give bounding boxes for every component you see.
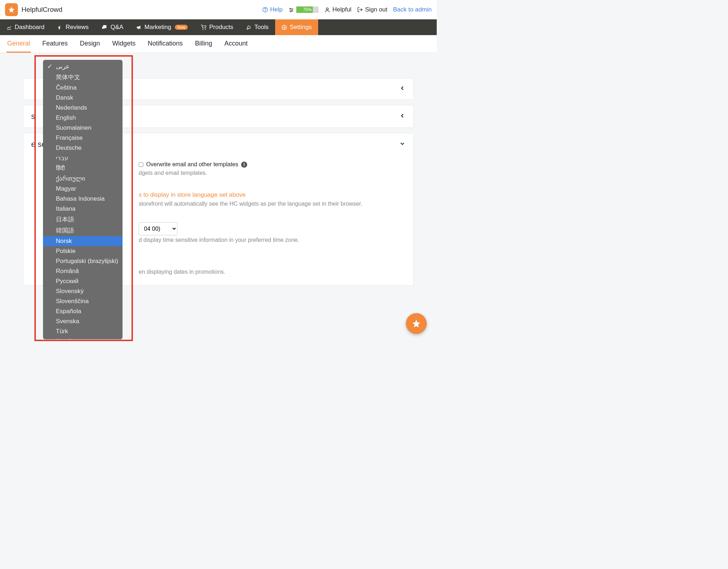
overwrite-label: Overwrite email and other templates <box>146 161 238 168</box>
topbar-links: Help 75% Helpful Sign out Back to admin <box>262 6 432 13</box>
main-nav: Dashboard Reviews Q&A Marketing New Prod… <box>0 19 437 35</box>
progress-indicator[interactable]: 75% <box>288 6 318 13</box>
sliders-icon <box>288 6 294 13</box>
chevron-left-icon <box>399 85 406 93</box>
chevron-down-icon <box>399 140 406 149</box>
language-option[interactable]: عربى <box>43 61 123 72</box>
svg-point-10 <box>205 29 205 29</box>
language-option[interactable]: Norsk <box>43 236 123 246</box>
language-dropdown[interactable]: عربى简体中文ČeštinaDanskNederlandsEnglishSuo… <box>43 60 123 339</box>
nav-marketing-label: Marketing <box>144 24 171 31</box>
language-option[interactable]: Magyar <box>43 184 123 194</box>
help-fab[interactable] <box>406 313 427 334</box>
svg-point-1 <box>265 11 265 11</box>
language-option[interactable]: Italiana <box>43 204 123 214</box>
nav-settings[interactable]: Settings <box>275 19 318 35</box>
svg-point-5 <box>290 8 291 9</box>
cart-icon <box>201 25 206 30</box>
tab-general[interactable]: General <box>6 35 31 53</box>
language-option[interactable]: Svenska <box>43 316 123 326</box>
language-option[interactable]: Española <box>43 306 123 316</box>
language-option[interactable]: English <box>43 113 123 123</box>
username-label: Helpful <box>332 6 351 13</box>
overwrite-helper: dgets and email templates. <box>139 170 406 176</box>
svg-point-9 <box>202 29 203 29</box>
star-icon <box>412 319 421 328</box>
brand[interactable]: HelpfulCrowd <box>5 3 62 16</box>
language-option[interactable]: Українська <box>43 336 123 339</box>
overwrite-templates-check[interactable]: Overwrite email and other templates i <box>139 161 247 168</box>
language-option[interactable]: Türk <box>43 326 123 336</box>
brand-logo-icon <box>5 3 18 16</box>
nav-qa[interactable]: Q&A <box>95 19 130 35</box>
language-option[interactable]: Portugalski (brazylijski) <box>43 256 123 266</box>
comments-icon <box>101 25 107 30</box>
language-option[interactable]: 简体中文 <box>43 72 123 83</box>
timezone-helper: d display time sensitive information in … <box>139 237 406 243</box>
back-to-admin-link[interactable]: Back to admin <box>393 6 432 13</box>
signout-link[interactable]: Sign out <box>357 6 387 13</box>
progress-value: 75% <box>296 6 318 13</box>
language-option[interactable]: Русский <box>43 276 123 286</box>
language-option[interactable]: Deutsche <box>43 143 123 153</box>
language-option[interactable]: 韓国語 <box>43 225 123 236</box>
language-option[interactable]: 日本語 <box>43 214 123 225</box>
nav-reviews[interactable]: Reviews <box>51 19 95 35</box>
info-icon[interactable]: i <box>241 162 247 168</box>
language-option[interactable]: Čeština <box>43 83 123 93</box>
language-option[interactable]: Bahasa Indonesia <box>43 194 123 204</box>
language-helper: storefront will automatically see the HC… <box>139 201 406 207</box>
star-half-icon <box>57 25 63 30</box>
brand-name: HelpfulCrowd <box>21 6 62 14</box>
language-option[interactable]: हिंदी <box>43 163 123 173</box>
signout-icon <box>357 7 363 13</box>
nav-dashboard[interactable]: Dashboard <box>0 19 51 35</box>
language-option[interactable]: Polskie <box>43 246 123 256</box>
language-option[interactable]: Nederlands <box>43 103 123 113</box>
language-option[interactable]: Suomalainen <box>43 123 123 133</box>
user-link[interactable]: Helpful <box>324 6 351 13</box>
tab-notifications[interactable]: Notifications <box>147 35 183 53</box>
timezone-select[interactable]: 04 00) <box>139 222 177 235</box>
svg-point-6 <box>292 9 293 10</box>
language-highlight: s to display in store language set above <box>139 191 406 199</box>
back-to-admin-label: Back to admin <box>393 6 432 13</box>
help-label: Help <box>270 6 283 13</box>
bullhorn-icon <box>136 25 142 30</box>
language-option[interactable]: Slovenský <box>43 286 123 296</box>
tab-design[interactable]: Design <box>79 35 101 53</box>
nav-tools[interactable]: Tools <box>240 19 275 35</box>
svg-point-8 <box>326 8 329 10</box>
svg-point-7 <box>290 11 291 12</box>
language-option[interactable]: Dansk <box>43 93 123 103</box>
language-option[interactable]: Française <box>43 133 123 143</box>
help-icon <box>262 7 268 13</box>
topbar: HelpfulCrowd Help 75% Helpful Sign out B… <box>0 0 437 19</box>
language-option[interactable]: עברי <box>43 153 123 163</box>
nav-reviews-label: Reviews <box>66 24 88 31</box>
overwrite-checkbox[interactable] <box>139 162 143 167</box>
chart-icon <box>6 25 12 30</box>
sub-nav: General Features Design Widgets Notifica… <box>0 35 437 53</box>
language-option[interactable]: Slovenščina <box>43 296 123 306</box>
svg-point-11 <box>283 27 285 28</box>
nav-marketing[interactable]: Marketing New <box>130 19 194 35</box>
wrench-icon <box>246 25 252 30</box>
help-link[interactable]: Help <box>262 6 283 13</box>
nav-products[interactable]: Products <box>194 19 240 35</box>
language-option[interactable]: ქართული <box>43 173 123 184</box>
new-badge: New <box>175 25 188 30</box>
signout-label: Sign out <box>365 6 387 13</box>
panel-2-title: s <box>31 112 35 121</box>
gear-icon <box>282 25 287 30</box>
chevron-left-icon <box>399 113 406 121</box>
tab-widgets[interactable]: Widgets <box>111 35 136 53</box>
language-option[interactable]: Română <box>43 266 123 276</box>
tab-features[interactable]: Features <box>42 35 68 53</box>
user-icon <box>324 7 330 13</box>
nav-settings-label: Settings <box>290 24 312 31</box>
nav-tools-label: Tools <box>254 24 269 31</box>
tab-billing[interactable]: Billing <box>194 35 213 53</box>
nav-qa-label: Q&A <box>110 24 123 31</box>
tab-account[interactable]: Account <box>224 35 248 53</box>
